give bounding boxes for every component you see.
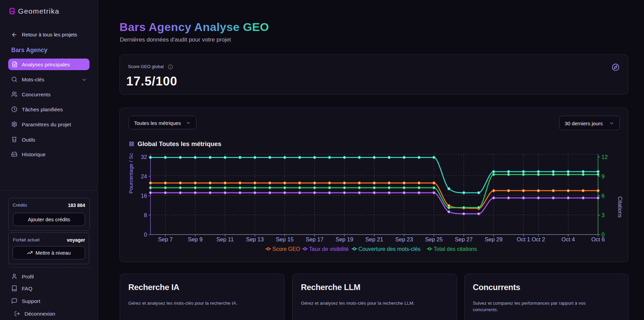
- svg-text:Oct 4: Oct 4: [562, 236, 575, 242]
- svg-text:Sep 7: Sep 7: [158, 236, 173, 242]
- svg-text:Sep 25: Sep 25: [425, 236, 443, 242]
- svg-text:Sep 15: Sep 15: [276, 236, 293, 242]
- svg-text:32: 32: [141, 154, 147, 160]
- svg-text:24: 24: [141, 173, 147, 179]
- svg-text:8: 8: [144, 212, 147, 218]
- svg-text:6: 6: [601, 193, 605, 199]
- svg-text:Sep 27: Sep 27: [455, 236, 472, 242]
- svg-text:Total des citations: Total des citations: [434, 246, 477, 252]
- svg-text:Couverture des mots-clés: Couverture des mots-clés: [358, 246, 420, 252]
- svg-text:Sep 19: Sep 19: [336, 236, 353, 242]
- svg-text:0: 0: [144, 231, 147, 238]
- svg-text:12: 12: [601, 154, 608, 160]
- svg-text:Sep 21: Sep 21: [365, 236, 383, 242]
- svg-text:Sep 17: Sep 17: [306, 236, 323, 242]
- svg-text:Oct 1: Oct 1: [517, 236, 530, 242]
- svg-text:16: 16: [141, 193, 147, 199]
- svg-text:Citations: Citations: [617, 196, 623, 218]
- svg-text:Sep 9: Sep 9: [188, 236, 203, 242]
- svg-text:Sep 13: Sep 13: [246, 236, 264, 242]
- svg-text:Score GEO: Score GEO: [272, 246, 300, 252]
- svg-text:Sep 29: Sep 29: [485, 236, 502, 242]
- svg-text:Sep 11: Sep 11: [216, 236, 234, 242]
- svg-text:3: 3: [601, 212, 605, 218]
- svg-text:Sep 23: Sep 23: [395, 236, 413, 242]
- svg-text:9: 9: [601, 173, 605, 179]
- svg-text:Oct 2: Oct 2: [532, 236, 545, 242]
- svg-text:Pourcentage / Sc: Pourcentage / Sc: [128, 153, 134, 193]
- svg-text:Taux de visibilité: Taux de visibilité: [309, 246, 349, 252]
- svg-text:Oct 6: Oct 6: [591, 236, 605, 242]
